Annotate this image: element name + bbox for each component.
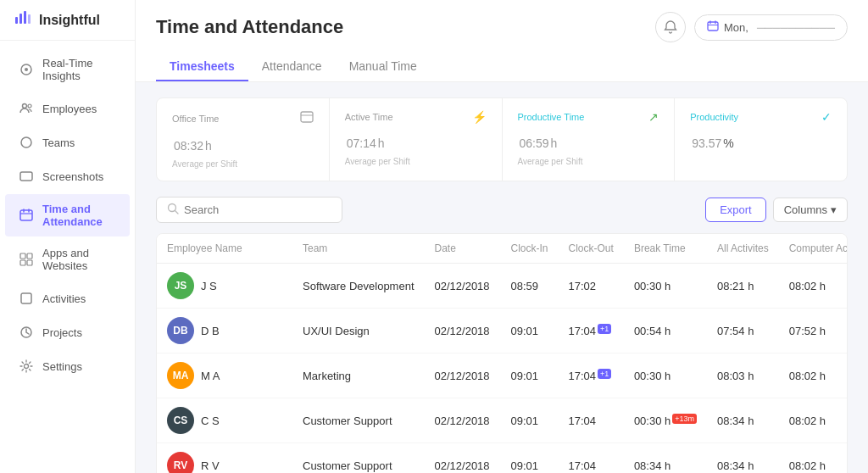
team-cell: Customer Support	[292, 398, 425, 443]
avatar: RV	[167, 452, 194, 473]
stat-productivity: Productivity ✓ 93.57%	[675, 98, 847, 181]
svg-point-5	[25, 68, 28, 71]
employee-name-cell: DB D B	[157, 309, 292, 353]
projects-icon	[19, 325, 34, 340]
time-attendance-icon	[19, 208, 34, 223]
logo: Insightful	[0, 0, 135, 41]
logo-text: Insightful	[39, 13, 100, 28]
sidebar-label-time-and-attendance: Time and Attendance	[42, 203, 116, 228]
sidebar-item-activities[interactable]: Activities	[5, 282, 130, 314]
search-box[interactable]	[156, 197, 342, 223]
header: Time and Attendance Mon, ────────── Time…	[136, 0, 868, 82]
tabs: Timesheets Attendance Manual Time	[156, 53, 848, 81]
all-activities-cell: 08:34 h	[707, 398, 779, 443]
content-area: Office Time 08:32h Average per Shift Act…	[136, 82, 868, 473]
columns-chevron-icon: ▾	[831, 203, 837, 216]
employee-name: J S	[201, 280, 217, 292]
teams-icon	[19, 135, 34, 150]
date-label: Mon,	[724, 21, 748, 34]
active-time-sub: Average per Shift	[345, 157, 487, 166]
svg-rect-3	[28, 14, 31, 24]
col-header-date: Date	[425, 234, 501, 264]
svg-point-8	[21, 137, 31, 147]
search-input[interactable]	[184, 203, 331, 216]
page-title: Time and Attendance	[156, 16, 343, 38]
date-cell: 02/12/2018	[425, 264, 501, 309]
all-activities-cell: 07:54 h	[707, 309, 779, 353]
svg-rect-0	[15, 17, 18, 24]
sidebar-item-teams[interactable]: Teams	[5, 126, 130, 159]
sidebar-item-time-and-attendance[interactable]: Time and Attendance	[5, 194, 130, 236]
sidebar-nav: Real-Time Insights Employees Teams Scree…	[0, 41, 135, 390]
svg-rect-14	[20, 253, 25, 259]
sidebar-item-employees[interactable]: Employees	[5, 92, 130, 125]
computer-act-cell: 08:02 h	[779, 353, 848, 398]
table-row: JS J S Software Development 02/12/2018 0…	[157, 264, 848, 309]
col-header-all-activities: All Activites	[707, 234, 779, 264]
export-button[interactable]: Export	[705, 198, 766, 222]
date-picker-button[interactable]: Mon, ──────────	[694, 14, 848, 41]
stats-row: Office Time 08:32h Average per Shift Act…	[156, 97, 848, 181]
avatar: MA	[167, 362, 194, 389]
office-time-value: 08:32h	[172, 130, 314, 156]
clockout-cell: 17:04+1	[559, 353, 624, 398]
clockout-cell: 17:04	[559, 443, 624, 474]
table-row: CS C S Customer Support 02/12/2018 09:01…	[157, 398, 848, 443]
employee-name-cell: MA M A	[157, 353, 292, 398]
header-top: Time and Attendance Mon, ──────────	[156, 12, 848, 42]
notifications-button[interactable]	[655, 12, 686, 42]
clockin-cell: 08:59	[501, 264, 559, 309]
productivity-value: 93.57%	[690, 127, 832, 153]
employees-icon	[19, 101, 34, 116]
office-time-label: Office Time	[172, 114, 219, 124]
office-time-sub: Average per Shift	[172, 159, 314, 169]
all-activities-cell: 08:03 h	[707, 353, 779, 398]
avatar: CS	[167, 407, 194, 434]
svg-point-20	[25, 364, 29, 369]
productive-time-icon: ↗	[648, 110, 659, 124]
sidebar-item-screenshots[interactable]: Screenshots	[5, 160, 130, 192]
employee-name: M A	[201, 370, 220, 382]
table-row: MA M A Marketing 02/12/2018 09:01 17:04+…	[157, 353, 848, 398]
sidebar-item-apps-and-websites[interactable]: Apps and Websites	[5, 238, 130, 281]
svg-rect-10	[20, 210, 32, 220]
tab-timesheets[interactable]: Timesheets	[156, 53, 248, 81]
date-cell: 02/12/2018	[425, 443, 501, 474]
sidebar-item-real-time-insights[interactable]: Real-Time Insights	[5, 48, 130, 91]
bell-icon	[664, 20, 677, 34]
break-cell: 00:30 h	[624, 353, 707, 398]
sidebar-item-projects[interactable]: Projects	[5, 316, 130, 348]
sidebar-label-projects: Projects	[42, 326, 82, 339]
active-time-value: 07:14h	[345, 127, 487, 153]
break-cell: 00:30 h	[624, 264, 707, 309]
break-cell: 08:34 h	[624, 443, 707, 474]
all-activities-cell: 08:21 h	[707, 264, 779, 309]
break-badge: +13m	[672, 414, 697, 424]
clockout-badge: +1	[598, 369, 611, 379]
avatar: DB	[167, 317, 194, 344]
col-header-team: Team	[292, 234, 425, 264]
sidebar-item-settings[interactable]: Settings	[5, 350, 130, 382]
sidebar-label-teams: Teams	[42, 136, 75, 149]
tab-manual-time[interactable]: Manual Time	[336, 53, 431, 81]
sidebar-label-employees: Employees	[42, 103, 97, 115]
col-header-computer-act: Computer Act.	[779, 234, 848, 264]
date-cell: 02/12/2018	[425, 309, 501, 353]
stat-productive-time: Productive Time ↗ 06:59h Average per Shi…	[503, 98, 676, 181]
stat-active-time: Active Time ⚡ 07:14h Average per Shift	[330, 98, 503, 181]
svg-rect-18	[21, 293, 31, 303]
columns-button[interactable]: Columns ▾	[773, 198, 848, 222]
svg-rect-25	[301, 112, 313, 122]
team-cell: UX/UI Design	[292, 309, 425, 353]
date-cell: 02/12/2018	[425, 398, 501, 443]
break-cell: 00:30 h+13m	[624, 398, 707, 443]
computer-act-cell: 08:02 h	[779, 398, 848, 443]
clockout-cell: 17:04	[559, 398, 624, 443]
sidebar: Insightful Real-Time Insights Employees …	[0, 0, 136, 473]
sidebar-label-real-time-insights: Real-Time Insights	[42, 57, 116, 82]
team-cell: Software Development	[292, 264, 425, 309]
tab-attendance[interactable]: Attendance	[248, 53, 336, 81]
employee-name: C S	[201, 415, 220, 427]
active-time-icon: ⚡	[472, 110, 487, 124]
clockin-cell: 09:01	[501, 309, 559, 353]
